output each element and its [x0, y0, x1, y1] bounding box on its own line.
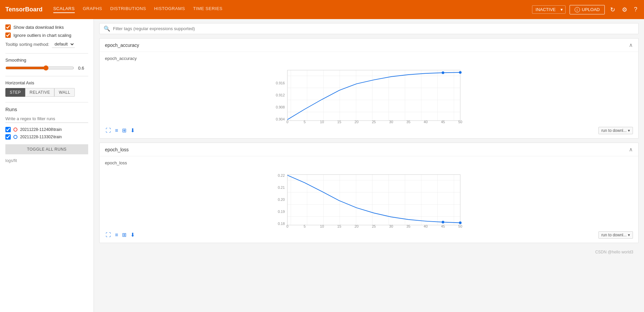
epoch-loss-collapse-button[interactable]: ∧: [629, 146, 633, 153]
tooltip-select[interactable]: default: [52, 41, 75, 48]
epoch-loss-card: epoch_loss ∧ epoch_loss 0.18 0.19: [99, 143, 639, 243]
expand-chart-button-2[interactable]: ⛶: [105, 231, 112, 239]
nav-graphs[interactable]: GRAPHS: [83, 6, 102, 13]
expand-chart-button-1[interactable]: ⛶: [105, 127, 112, 134]
ignore-outliers-checkbox[interactable]: [5, 32, 11, 38]
epoch-accuracy-collapse-button[interactable]: ∧: [629, 42, 633, 48]
svg-text:35: 35: [406, 224, 410, 228]
axis-wall-button[interactable]: WALL: [54, 88, 74, 97]
svg-text:0.21: 0.21: [278, 185, 285, 189]
runs-filter-input[interactable]: [5, 115, 88, 123]
download-data-button-2[interactable]: ⬇: [130, 231, 135, 239]
svg-point-38: [459, 222, 462, 224]
upload-button[interactable]: i UPLOAD: [570, 5, 605, 14]
svg-rect-4: [287, 70, 460, 121]
epoch-accuracy-header: epoch_accuracy ∧: [100, 38, 638, 52]
svg-text:0.20: 0.20: [278, 198, 285, 202]
sidebar: Show data download links Ignore outliers…: [0, 19, 94, 312]
smoothing-value: 0.6: [78, 66, 88, 71]
run-to-download-2[interactable]: run to downl... ▾: [598, 231, 633, 239]
svg-text:30: 30: [389, 224, 393, 228]
run2-checkbox[interactable]: [5, 134, 11, 140]
epoch-accuracy-card: epoch_accuracy ∧ epoch_accuracy 0.904: [99, 38, 639, 139]
show-data-links-checkbox[interactable]: [5, 24, 11, 30]
svg-text:15: 15: [337, 120, 341, 124]
settings-button[interactable]: ⚙: [621, 5, 629, 15]
main-content: 🔍 epoch_accuracy ∧ epoch_accuracy: [94, 19, 644, 312]
search-icon: 🔍: [104, 25, 110, 32]
runs-label: Runs: [5, 106, 88, 112]
epoch-accuracy-subtitle: epoch_accuracy: [105, 56, 633, 61]
svg-text:50: 50: [458, 224, 462, 228]
divider-3: [5, 102, 88, 102]
ignore-outliers-label: Ignore outliers in chart scaling: [13, 33, 71, 38]
data-table-button-2[interactable]: ≡: [114, 231, 119, 239]
run-to-dl-chevron-1: ▾: [628, 128, 630, 133]
show-data-links-label: Show data download links: [13, 25, 64, 30]
footer-credit: CSDN @hello world3: [99, 247, 639, 257]
topnav-links: SCALARS GRAPHS DISTRIBUTIONS HISTOGRAMS …: [53, 6, 532, 13]
svg-point-18: [459, 71, 462, 74]
smoothing-label: Smoothing: [5, 58, 88, 63]
refresh-button[interactable]: ↻: [609, 5, 617, 15]
help-button[interactable]: ?: [633, 5, 639, 14]
app-logo: TensorBoard: [5, 6, 43, 13]
inactive-select[interactable]: INACTIVE: [532, 5, 566, 14]
slider-row: 0.6: [5, 65, 88, 71]
filter-bar: 🔍: [99, 23, 639, 34]
svg-text:35: 35: [406, 120, 410, 124]
download-png-button-1[interactable]: ⊞: [121, 127, 127, 134]
svg-text:0: 0: [286, 224, 288, 228]
topnav-right: INACTIVE i UPLOAD ↻ ⚙ ?: [532, 5, 639, 15]
run-to-dl-label-2: run to downl...: [601, 233, 627, 237]
divider-2: [5, 76, 88, 76]
svg-point-17: [442, 71, 444, 74]
filter-input[interactable]: [113, 26, 634, 31]
inactive-wrapper: INACTIVE: [532, 5, 566, 14]
svg-text:25: 25: [372, 224, 376, 228]
run-to-download-1[interactable]: run to downl... ▾: [598, 127, 633, 134]
epoch-loss-svg: 0.18 0.19 0.20 0.21 0.22 0 5 10 15 20: [105, 168, 633, 228]
tooltip-label: Tooltip sorting method:: [5, 42, 49, 47]
download-png-button-2[interactable]: ⊞: [121, 231, 127, 239]
logs-label: logs/fit: [5, 158, 88, 163]
download-data-button-1[interactable]: ⬇: [130, 127, 135, 134]
svg-text:0.908: 0.908: [276, 105, 285, 109]
svg-text:0: 0: [286, 120, 288, 124]
nav-distributions[interactable]: DISTRIBUTIONS: [110, 6, 146, 13]
smoothing-section: Smoothing 0.6: [5, 58, 88, 71]
svg-text:20: 20: [355, 120, 359, 124]
svg-text:10: 10: [320, 120, 324, 124]
ignore-outliers-row: Ignore outliers in chart scaling: [5, 32, 88, 38]
epoch-loss-chart: 0.18 0.19 0.20 0.21 0.22 0 5 10 15 20: [105, 168, 633, 228]
toggle-all-runs-button[interactable]: TOGGLE ALL RUNS: [5, 144, 88, 154]
epoch-loss-subtitle: epoch_loss: [105, 160, 633, 165]
svg-text:10: 10: [320, 224, 324, 228]
data-table-button-1[interactable]: ≡: [114, 127, 119, 134]
epoch-accuracy-title: epoch_accuracy: [105, 43, 139, 48]
svg-text:0.18: 0.18: [278, 222, 285, 226]
svg-text:40: 40: [424, 224, 428, 228]
svg-text:0.916: 0.916: [276, 81, 285, 85]
nav-histograms[interactable]: HISTOGRAMS: [154, 6, 185, 13]
horiz-axis-section: Horizontal Axis STEP RELATIVE WALL: [5, 80, 88, 97]
axis-relative-button[interactable]: RELATIVE: [25, 88, 54, 97]
run-item-2: 20211228-113302\train: [5, 134, 88, 140]
axis-step-button[interactable]: STEP: [5, 88, 25, 97]
axis-buttons: STEP RELATIVE WALL: [5, 88, 88, 97]
svg-text:0.19: 0.19: [278, 210, 285, 214]
svg-rect-24: [287, 174, 460, 225]
divider-1: [5, 53, 88, 54]
show-data-links-row: Show data download links: [5, 24, 88, 30]
run2-color: [13, 135, 17, 139]
svg-text:5: 5: [304, 224, 306, 228]
run1-checkbox[interactable]: [5, 127, 11, 132]
svg-text:50: 50: [458, 120, 462, 124]
nav-time-series[interactable]: TIME SERIES: [193, 6, 223, 13]
epoch-accuracy-actions: ⛶ ≡ ⊞ ⬇ run to downl... ▾: [105, 127, 633, 134]
smoothing-slider[interactable]: [5, 65, 74, 71]
svg-text:0.904: 0.904: [276, 117, 285, 121]
run-item-1: 20211228-112408\train: [5, 127, 88, 132]
run2-label: 20211228-113302\train: [20, 135, 62, 139]
nav-scalars[interactable]: SCALARS: [53, 6, 75, 13]
